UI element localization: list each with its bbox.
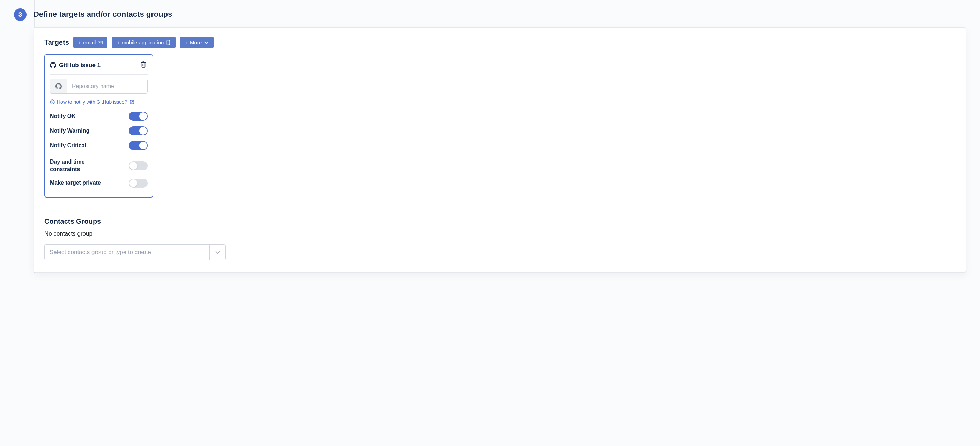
help-link-github[interactable]: How to notify with GitHub issue? xyxy=(50,99,148,105)
plus-icon: + xyxy=(78,40,81,45)
repo-input-group xyxy=(50,79,148,94)
contacts-group-select[interactable]: Select contacts group or type to create xyxy=(45,244,226,260)
day-time-label: Day and time constraints xyxy=(50,158,109,173)
chevron-down-icon xyxy=(215,251,220,254)
notify-warning-toggle[interactable] xyxy=(129,126,148,135)
add-more-button[interactable]: + More xyxy=(180,37,213,48)
target-card-github: GitHub issue 1 xyxy=(45,54,153,198)
contacts-select-placeholder: Select contacts group or type to create xyxy=(45,245,209,260)
help-link-text: How to notify with GitHub issue? xyxy=(57,99,127,105)
notify-ok-toggle[interactable] xyxy=(129,112,148,121)
svg-rect-0 xyxy=(98,41,102,44)
add-mobile-label: mobile application xyxy=(122,40,164,45)
notify-critical-toggle[interactable] xyxy=(129,141,148,150)
external-link-icon xyxy=(129,100,134,104)
add-more-label: More xyxy=(190,40,202,45)
contacts-empty-text: No contacts group xyxy=(45,230,955,237)
step-title: Define targets and/or contacts groups xyxy=(33,10,966,19)
github-icon xyxy=(50,62,56,68)
notify-warning-label: Notify Warning xyxy=(50,127,89,135)
add-mobile-button[interactable]: + mobile application xyxy=(112,37,175,48)
notify-critical-label: Notify Critical xyxy=(50,142,86,150)
targets-section-title: Targets xyxy=(45,38,69,46)
mobile-icon xyxy=(166,40,171,45)
target-card-title: GitHub issue 1 xyxy=(59,62,100,69)
add-email-button[interactable]: + email xyxy=(73,37,108,48)
question-circle-icon xyxy=(50,99,55,104)
svg-point-2 xyxy=(168,44,169,44)
github-icon xyxy=(56,83,62,89)
trash-icon xyxy=(141,61,146,68)
plus-icon: + xyxy=(185,40,188,45)
make-private-toggle[interactable] xyxy=(129,179,148,188)
step-number-badge: 3 xyxy=(14,8,27,21)
notify-ok-label: Notify OK xyxy=(50,113,76,120)
repo-name-input[interactable] xyxy=(67,79,147,93)
repo-input-addon xyxy=(50,79,67,93)
day-time-toggle[interactable] xyxy=(129,161,148,170)
plus-icon: + xyxy=(116,40,120,45)
chevron-down-icon xyxy=(204,40,209,45)
make-private-label: Make target private xyxy=(50,179,101,187)
contacts-select-caret xyxy=(209,245,226,260)
delete-target-button[interactable] xyxy=(139,60,148,70)
targets-panel: Targets + email + mobile application xyxy=(33,27,966,272)
contacts-section-title: Contacts Groups xyxy=(45,217,955,225)
add-email-label: email xyxy=(83,40,96,45)
envelope-icon xyxy=(98,40,103,45)
svg-point-4 xyxy=(52,103,53,104)
